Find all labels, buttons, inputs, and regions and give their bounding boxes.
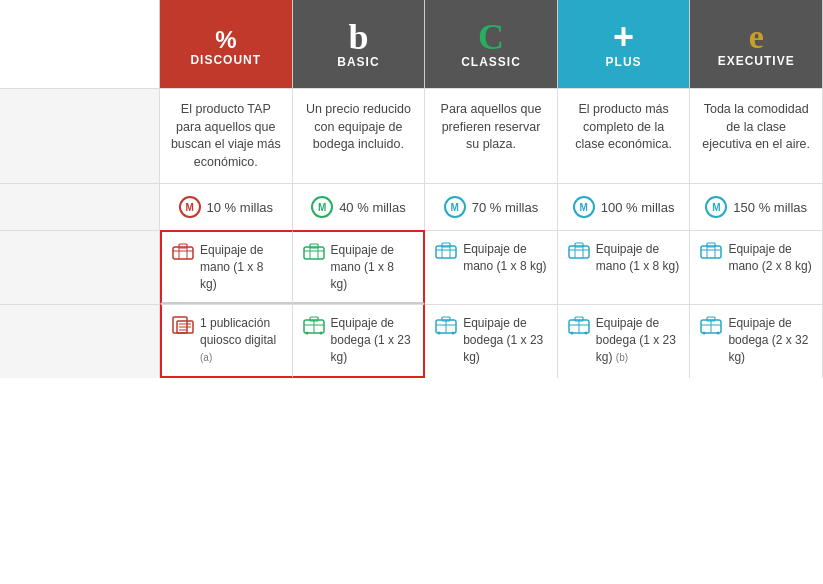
suitcase-icon-classic bbox=[435, 315, 457, 342]
basic-label: BASIC bbox=[337, 55, 379, 69]
feat2-executive: Equipaje de bodega (2 x 32 kg) bbox=[690, 304, 823, 377]
feat2-text-plus: Equipaje de bodega (1 x 23 kg) (b) bbox=[596, 315, 680, 365]
plus-label: PLUS bbox=[606, 55, 642, 69]
miles-badge-discount: M bbox=[179, 196, 201, 218]
miles-badge-executive: M bbox=[705, 196, 727, 218]
feat1-text-discount: Equipaje de mano (1 x 8 kg) bbox=[200, 242, 282, 292]
svg-point-40 bbox=[438, 332, 441, 335]
feat1-basic: Equipaje de mano (1 x 8 kg) bbox=[293, 230, 426, 304]
header-empty bbox=[0, 0, 160, 88]
svg-rect-10 bbox=[436, 246, 456, 258]
miles-pct-discount: 10 % millas bbox=[207, 200, 274, 215]
bag-icon-discount bbox=[172, 242, 194, 267]
suitcase-icon-plus bbox=[568, 315, 590, 342]
desc-executive: Toda la comodidad de la clase ejecutiva … bbox=[690, 88, 823, 183]
miles-executive: M 150 % millas bbox=[690, 183, 823, 230]
feat2-text-discount: 1 publicación quiosco digital (a) bbox=[200, 315, 282, 365]
miles-classic: M 70 % millas bbox=[425, 183, 558, 230]
discount-label: DISCOUNT bbox=[190, 53, 261, 67]
svg-point-35 bbox=[319, 332, 322, 335]
feat2-text-executive: Equipaje de bodega (2 x 32 kg) bbox=[728, 315, 812, 365]
executive-label: EXECUTIVE bbox=[718, 54, 795, 68]
miles-basic: M 40 % millas bbox=[293, 183, 426, 230]
feat1-text-classic: Equipaje de mano (1 x 8 kg) bbox=[463, 241, 547, 275]
svg-rect-25 bbox=[173, 317, 187, 333]
bag-icon-classic bbox=[435, 241, 457, 266]
svg-point-34 bbox=[305, 332, 308, 335]
header-classic: C CLASSIC bbox=[425, 0, 558, 88]
svg-rect-15 bbox=[569, 246, 589, 258]
miles-discount: M 10 % millas bbox=[160, 183, 293, 230]
feat2-classic: Equipaje de bodega (1 x 23 kg) bbox=[425, 304, 558, 377]
plus-icon: + bbox=[613, 19, 634, 55]
feat2-empty bbox=[0, 304, 160, 377]
newspaper-icon-discount bbox=[172, 315, 194, 342]
svg-rect-5 bbox=[304, 247, 324, 259]
feat2-plus: Equipaje de bodega (1 x 23 kg) (b) bbox=[558, 304, 691, 377]
bag-icon-executive bbox=[700, 241, 722, 266]
desc-classic: Para aquellos que prefieren reservar su … bbox=[425, 88, 558, 183]
basic-icon: b bbox=[348, 19, 368, 55]
desc-empty bbox=[0, 88, 160, 183]
feat1-text-plus: Equipaje de mano (1 x 8 kg) bbox=[596, 241, 680, 275]
svg-rect-0 bbox=[173, 247, 193, 259]
miles-badge-plus: M bbox=[573, 196, 595, 218]
miles-badge-basic: M bbox=[311, 196, 333, 218]
svg-point-53 bbox=[717, 332, 720, 335]
discount-percent-sign: % bbox=[215, 26, 236, 53]
miles-badge-classic: M bbox=[444, 196, 466, 218]
executive-icon: e bbox=[749, 20, 764, 54]
classic-label: CLASSIC bbox=[461, 55, 521, 69]
svg-point-41 bbox=[452, 332, 455, 335]
feat1-text-basic: Equipaje de mano (1 x 8 kg) bbox=[331, 242, 414, 292]
header-discount: % DISCOUNT bbox=[160, 0, 293, 88]
feat2-text-basic: Equipaje de bodega (1 x 23 kg) bbox=[331, 315, 414, 365]
desc-discount: El producto TAP para aquellos que buscan… bbox=[160, 88, 293, 183]
desc-basic: Un precio reducido con equipaje de bodeg… bbox=[293, 88, 426, 183]
bag-icon-basic bbox=[303, 242, 325, 267]
miles-pct-basic: 40 % millas bbox=[339, 200, 406, 215]
header-executive: e EXECUTIVE bbox=[690, 0, 823, 88]
svg-rect-20 bbox=[701, 246, 721, 258]
svg-point-52 bbox=[703, 332, 706, 335]
feat1-plus: Equipaje de mano (1 x 8 kg) bbox=[558, 230, 691, 304]
feat1-empty bbox=[0, 230, 160, 304]
svg-point-47 bbox=[584, 332, 587, 335]
header-plus: + PLUS bbox=[558, 0, 691, 88]
svg-point-46 bbox=[570, 332, 573, 335]
feat2-text-classic: Equipaje de bodega (1 x 23 kg) bbox=[463, 315, 547, 365]
bag-icon-plus bbox=[568, 241, 590, 266]
desc-plus: El producto más completo de la clase eco… bbox=[558, 88, 691, 183]
suitcase-icon-executive bbox=[700, 315, 722, 342]
header-basic: b BASIC bbox=[293, 0, 426, 88]
miles-pct-classic: 70 % millas bbox=[472, 200, 539, 215]
fare-comparison-table: % DISCOUNT b BASIC C CLASSIC + PLUS e EX… bbox=[0, 0, 823, 378]
feat1-executive: Equipaje de mano (2 x 8 kg) bbox=[690, 230, 823, 304]
miles-plus: M 100 % millas bbox=[558, 183, 691, 230]
miles-pct-executive: 150 % millas bbox=[733, 200, 807, 215]
feat1-text-executive: Equipaje de mano (2 x 8 kg) bbox=[728, 241, 812, 275]
miles-empty bbox=[0, 183, 160, 230]
feat2-discount: 1 publicación quiosco digital (a) bbox=[160, 304, 293, 377]
feat2-basic: Equipaje de bodega (1 x 23 kg) bbox=[293, 304, 426, 377]
feat1-discount: Equipaje de mano (1 x 8 kg) bbox=[160, 230, 293, 304]
feat1-classic: Equipaje de mano (1 x 8 kg) bbox=[425, 230, 558, 304]
miles-pct-plus: 100 % millas bbox=[601, 200, 675, 215]
suitcase-icon-basic bbox=[303, 315, 325, 342]
classic-icon: C bbox=[478, 19, 504, 55]
